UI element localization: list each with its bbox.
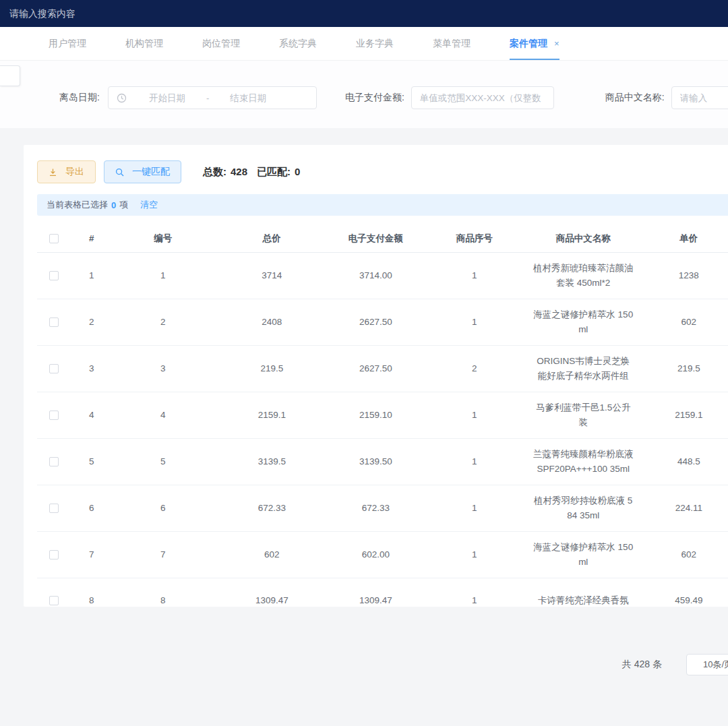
cell-epay: 1309.47 — [330, 578, 421, 607]
tab-menu-management[interactable]: 菜单管理 — [433, 27, 471, 60]
row-select-cell — [37, 438, 71, 485]
depart-date-filter: 离岛日期: - — [59, 86, 317, 109]
cell-epay: 2627.50 — [330, 299, 421, 345]
row-select-cell — [37, 392, 71, 438]
one-click-match-button[interactable]: 一键匹配 — [104, 160, 181, 183]
total-value: 428 — [231, 166, 247, 179]
data-table-wrapper: # 编号 总价 电子支付金额 商品序号 商品中文名称 单价 1 1 3714 3… — [37, 225, 728, 607]
cell-index: 8 — [71, 578, 112, 607]
cell-code: 7 — [112, 531, 214, 578]
cell-unit-price: 224.11 — [640, 485, 728, 531]
table-row[interactable]: 1 1 3714 3714.00 1 植村秀新琥珀臻萃洁颜油套装 450ml*2… — [37, 252, 728, 299]
row-select-cell — [37, 531, 71, 578]
epay-amount-input[interactable] — [411, 86, 554, 109]
col-header-item-no: 商品序号 — [421, 225, 527, 252]
cell-index: 6 — [71, 485, 112, 531]
cell-epay: 602.00 — [330, 531, 421, 578]
top-header-bar — [0, 0, 728, 27]
row-checkbox[interactable] — [49, 364, 59, 373]
cell-unit-price: 448.5 — [640, 438, 728, 485]
cell-item-no: 1 — [421, 578, 527, 607]
data-table: # 编号 总价 电子支付金额 商品序号 商品中文名称 单价 1 1 3714 3… — [37, 225, 728, 607]
select-all-checkbox[interactable] — [49, 234, 59, 243]
product-name-input[interactable] — [671, 86, 728, 109]
cell-product-name: 海蓝之谜修护精萃水 150ml — [527, 299, 640, 345]
tab-user-management[interactable]: 用户管理 — [49, 27, 86, 60]
table-row[interactable]: 5 5 3139.5 3139.50 1 兰蔻菁纯臻颜精华粉底液SPF20PA+… — [37, 438, 728, 485]
row-checkbox[interactable] — [49, 317, 59, 327]
epay-amount-label: 电子支付金额: — [345, 92, 404, 104]
clock-icon — [117, 93, 127, 103]
table-row[interactable]: 8 8 1309.47 1309.47 1 卡诗菁纯亮泽经典香氛 459.49 — [37, 578, 728, 607]
collapse-handle[interactable] — [0, 65, 20, 86]
col-header-unit-price: 单价 — [640, 225, 728, 252]
end-date-input[interactable] — [212, 93, 284, 103]
pagination-total: 共 428 条 — [622, 659, 662, 671]
header-search-input[interactable] — [9, 8, 225, 19]
cell-item-no: 1 — [421, 438, 527, 485]
table-row[interactable]: 6 6 672.33 672.33 1 植村秀羽纱持妆粉底液 584 35ml … — [37, 485, 728, 531]
epay-amount-filter: 电子支付金额: — [345, 86, 554, 109]
depart-date-label: 离岛日期: — [59, 92, 100, 104]
row-select-cell — [37, 345, 71, 392]
row-checkbox[interactable] — [49, 271, 59, 280]
cell-item-no: 1 — [421, 392, 527, 438]
cell-item-no: 1 — [421, 252, 527, 299]
product-name-label: 商品中文名称: — [605, 92, 665, 104]
row-checkbox[interactable] — [49, 504, 59, 513]
col-header-total: 总价 — [214, 225, 330, 252]
cell-unit-price: 602 — [640, 531, 728, 578]
cell-total: 3714 — [214, 252, 330, 299]
tab-close-icon[interactable]: × — [554, 38, 559, 49]
table-body: 1 1 3714 3714.00 1 植村秀新琥珀臻萃洁颜油套装 450ml*2… — [37, 252, 728, 607]
tab-case-management[interactable]: 案件管理 × — [510, 27, 559, 60]
cell-total: 2159.1 — [214, 392, 330, 438]
cell-total: 219.5 — [214, 345, 330, 392]
cell-product-name: 植村秀羽纱持妆粉底液 584 35ml — [527, 485, 640, 531]
total-label: 总数: — [203, 166, 226, 179]
tab-business-dict[interactable]: 业务字典 — [356, 27, 394, 60]
table-row[interactable]: 4 4 2159.1 2159.10 1 马爹利蓝带干邑1.5公升装 2159.… — [37, 392, 728, 438]
col-header-epay: 电子支付金额 — [330, 225, 421, 252]
cell-epay: 2627.50 — [330, 345, 421, 392]
cell-unit-price: 2159.1 — [640, 392, 728, 438]
page-size-select[interactable]: 10条/页 — [686, 654, 728, 675]
cell-product-name: 海蓝之谜修护精萃水 150ml — [527, 531, 640, 578]
start-date-input[interactable] — [131, 93, 204, 103]
filter-row: 离岛日期: - 电子支付金额: 商品中文名称: — [0, 61, 728, 109]
cell-total: 602 — [214, 531, 330, 578]
cell-product-name: 卡诗菁纯亮泽经典香氛 — [527, 578, 640, 607]
row-select-cell — [37, 299, 71, 345]
row-checkbox[interactable] — [49, 457, 59, 466]
matched-label: 已匹配: — [257, 166, 291, 179]
pagination-bar: 共 428 条 10条/页 — [0, 654, 728, 675]
matched-value: 0 — [295, 166, 300, 179]
cell-code: 8 — [112, 578, 214, 607]
cell-code: 3 — [112, 345, 214, 392]
tab-org-management[interactable]: 机构管理 — [125, 27, 163, 60]
cell-epay: 2159.10 — [330, 392, 421, 438]
cell-epay: 672.33 — [330, 485, 421, 531]
col-header-product-name: 商品中文名称 — [527, 225, 640, 252]
cell-item-no: 1 — [421, 531, 527, 578]
row-checkbox[interactable] — [49, 550, 59, 559]
row-checkbox[interactable] — [49, 411, 59, 420]
table-row[interactable]: 2 2 2408 2627.50 1 海蓝之谜修护精萃水 150ml 602 — [37, 299, 728, 345]
table-toolbar: 导出 一键匹配 总数: 428 已匹配: 0 — [37, 160, 728, 183]
table-row[interactable]: 3 3 219.5 2627.50 2 ORIGINS韦博士灵芝焕能好底子精华水… — [37, 345, 728, 392]
clear-selection-link[interactable]: 清空 — [140, 199, 158, 211]
export-button[interactable]: 导出 — [37, 160, 96, 183]
tab-system-dict[interactable]: 系统字典 — [279, 27, 317, 60]
selection-prefix: 当前表格已选择 — [47, 199, 108, 211]
selection-suffix: 项 — [119, 199, 128, 211]
tab-post-management[interactable]: 岗位管理 — [202, 27, 240, 60]
match-stats: 总数: 428 已匹配: 0 — [203, 166, 300, 179]
row-select-cell — [37, 578, 71, 607]
row-checkbox[interactable] — [49, 596, 59, 605]
cell-epay: 3714.00 — [330, 252, 421, 299]
filter-section: 离岛日期: - 电子支付金额: 商品中文名称: — [0, 61, 728, 128]
date-range-picker[interactable]: - — [108, 86, 317, 109]
table-row[interactable]: 7 7 602 602.00 1 海蓝之谜修护精萃水 150ml 602 — [37, 531, 728, 578]
cell-item-no: 2 — [421, 345, 527, 392]
cell-code: 4 — [112, 392, 214, 438]
